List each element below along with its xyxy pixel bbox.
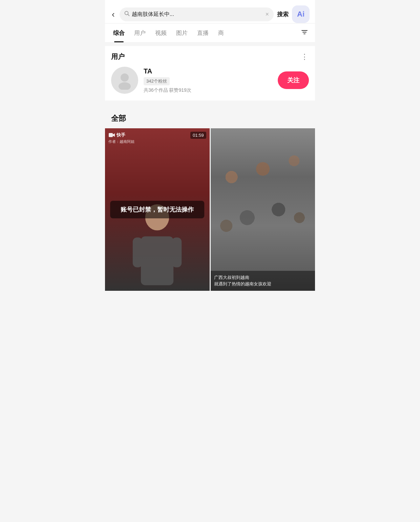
caption-line-1: 广西大叔初到越南 xyxy=(214,274,312,281)
svg-line-1 xyxy=(128,15,129,16)
user-section-header: 用户 ⋮ xyxy=(111,52,309,61)
video-item-1[interactable]: 快手 作者：越南阿姐 01:59 账号已封禁，暂时无法操作 xyxy=(105,128,210,291)
filter-button[interactable] xyxy=(297,24,312,42)
video-grid: 快手 作者：越南阿姐 01:59 账号已封禁，暂时无法操作 广西大叔初到越南 就 xyxy=(105,128,315,291)
user-section-title: 用户 xyxy=(111,52,125,61)
tab-comprehensive[interactable]: 综合 xyxy=(108,24,129,42)
tabs-bar: 综合 用户 视频 图片 直播 商 xyxy=(105,24,315,43)
all-section: 全部 快手 作者：越南阿姐 01:59 账号已封禁，暂时无法操作 xyxy=(105,107,315,291)
user-stats: 共36个作品 获赞919次 xyxy=(144,87,272,93)
svg-rect-12 xyxy=(172,238,182,267)
avatar xyxy=(111,67,138,94)
svg-point-5 xyxy=(121,73,129,82)
tab-shop[interactable]: 商 xyxy=(213,24,229,42)
video-caption-2: 广西大叔初到越南 就遇到了热情的越南女孩欢迎 xyxy=(211,271,315,291)
svg-rect-11 xyxy=(133,238,143,267)
user-card[interactable]: TA 342个粉丝 共36个作品 获赞919次 关注 xyxy=(111,67,309,94)
user-more-button[interactable]: ⋮ xyxy=(301,52,309,61)
tab-live[interactable]: 直播 xyxy=(192,24,213,42)
tab-videos[interactable]: 视频 xyxy=(150,24,171,42)
user-name: TA xyxy=(144,67,272,75)
search-query-text: 越南肢体延长中... xyxy=(132,11,264,18)
user-info: TA 342个粉丝 共36个作品 获赞919次 xyxy=(144,67,272,93)
back-button[interactable]: ‹ xyxy=(110,8,116,20)
ai-label: Ai xyxy=(297,10,304,19)
brand-author-label: 作者：越南阿姐 xyxy=(108,139,134,144)
header: ‹ 越南肢体延长中... × 搜索 Ai xyxy=(105,0,315,23)
brand-logo: 快手 xyxy=(108,132,134,138)
caption-line-2: 就遇到了热情的越南女孩欢迎 xyxy=(214,281,312,287)
ai-button[interactable]: Ai xyxy=(292,5,310,23)
tab-images[interactable]: 图片 xyxy=(171,24,192,42)
svg-rect-10 xyxy=(141,236,173,285)
video-duration-1: 01:59 xyxy=(190,132,206,139)
search-clear-button[interactable]: × xyxy=(265,11,269,18)
svg-point-6 xyxy=(119,82,131,90)
tab-users[interactable]: 用户 xyxy=(129,24,150,42)
video-item-2[interactable]: 广西大叔初到越南 就遇到了热情的越南女孩欢迎 xyxy=(211,128,315,291)
follow-button[interactable]: 关注 xyxy=(278,71,309,89)
search-icon xyxy=(124,11,130,18)
divider-2 xyxy=(105,101,315,104)
search-bar[interactable]: 越南肢体延长中... × xyxy=(120,7,274,21)
svg-rect-7 xyxy=(109,133,113,137)
svg-marker-8 xyxy=(113,133,115,137)
divider-3 xyxy=(105,104,315,107)
brand-name-label: 快手 xyxy=(117,132,125,138)
user-section: 用户 ⋮ TA 342个粉丝 共36个作品 获赞919次 关注 xyxy=(105,46,315,101)
brand-tag-1: 快手 作者：越南阿姐 xyxy=(108,132,134,144)
all-section-title: 全部 xyxy=(105,113,315,128)
fans-count-badge: 342个粉丝 xyxy=(144,77,170,85)
crowd-simulation xyxy=(211,128,315,291)
search-submit-button[interactable]: 搜索 xyxy=(277,10,289,18)
banned-overlay: 账号已封禁，暂时无法操作 xyxy=(110,201,204,218)
divider-1 xyxy=(105,43,315,46)
